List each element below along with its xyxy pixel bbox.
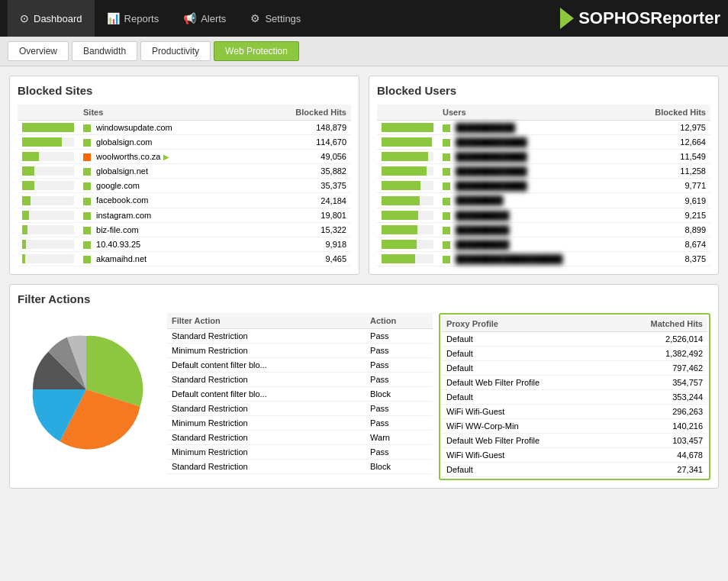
site-name[interactable]: windowsupdate.com <box>79 121 248 135</box>
user-name[interactable]: ██████████ <box>438 121 624 135</box>
logo-text: SOPHOSReporter <box>578 8 720 28</box>
site-icon <box>83 212 91 220</box>
filter-action-name: Minimum Restriction <box>167 415 366 430</box>
table-row: Default content filter blo... Pass <box>167 357 433 372</box>
user-name[interactable]: █████████ <box>438 237 624 251</box>
user-name[interactable]: █████████ <box>438 208 624 222</box>
user-name[interactable]: ████████████ <box>438 164 624 179</box>
site-name[interactable]: biz-file.com <box>79 222 248 237</box>
site-name[interactable]: facebook.com <box>79 193 248 208</box>
matched-hits-count: 2,526,014 <box>607 331 707 346</box>
bar-container <box>382 152 433 161</box>
nav-reports[interactable]: 📊 Reports <box>95 0 172 37</box>
user-icon <box>443 168 450 176</box>
pie-chart-container <box>18 313 155 466</box>
hit-count: 15,322 <box>248 222 351 237</box>
table-row: google.com 35,375 <box>18 179 351 193</box>
bar-cell <box>18 251 79 266</box>
site-icon <box>83 124 91 132</box>
site-name[interactable]: 10.40.93.25 <box>79 237 248 251</box>
site-icon <box>83 139 91 147</box>
table-row: ████████████ 12,664 <box>377 135 710 150</box>
user-name[interactable]: ██████████████████ <box>438 251 624 266</box>
subnav-productivity[interactable]: Productivity <box>140 41 211 61</box>
table-row: ████████ 9,619 <box>377 193 710 208</box>
reports-icon: 📊 <box>107 12 120 24</box>
user-name[interactable]: █████████ <box>438 222 624 237</box>
table-row: windowsupdate.com 148,879 <box>18 121 351 135</box>
bar-container <box>22 123 74 132</box>
user-name[interactable]: ████████████ <box>438 150 624 164</box>
bar-container <box>382 211 433 220</box>
bar-fill <box>382 196 420 205</box>
site-name[interactable]: akamaihd.net <box>79 251 248 266</box>
table-row: ████████████ 9,771 <box>377 179 710 193</box>
table-row: Default 353,244 <box>442 389 707 404</box>
table-row: Default 2,526,014 <box>442 331 707 346</box>
user-icon <box>443 139 450 147</box>
table-row: Standard Restriction Pass <box>167 401 433 415</box>
nav-settings-label: Settings <box>265 13 301 24</box>
dashboard-icon: ⊙ <box>20 12 29 24</box>
table-row: 10.40.93.25 9,918 <box>18 237 351 251</box>
site-name[interactable]: google.com <box>79 179 248 193</box>
filter-action-type: Block <box>366 386 433 401</box>
bar-container <box>382 196 433 205</box>
filter-action-type: Pass <box>366 372 433 386</box>
bar-container <box>382 254 433 263</box>
bar-cell <box>18 222 79 237</box>
user-name-blurred: ████████████ <box>456 166 527 176</box>
col-users-header: Users <box>438 105 624 121</box>
site-name[interactable]: globalsign.com <box>79 135 248 150</box>
bar-fill <box>382 166 427 176</box>
user-icon <box>443 241 450 249</box>
site-name[interactable]: woolworths.co.za▶ <box>79 150 248 164</box>
hit-count: 12,975 <box>624 121 710 135</box>
user-name[interactable]: ████████ <box>438 193 624 208</box>
proxy-profile-name: Default <box>442 360 607 375</box>
matched-hits-count: 27,341 <box>607 462 707 476</box>
blocked-sites-title: Blocked Sites <box>18 84 351 97</box>
bar-fill <box>382 123 433 132</box>
user-name[interactable]: ████████████ <box>438 179 624 193</box>
subnav-web-protection[interactable]: Web Protection <box>214 41 299 61</box>
matched-hits-count: 140,216 <box>607 418 707 433</box>
bar-cell <box>18 135 79 150</box>
hit-count: 11,258 <box>624 164 710 179</box>
nav-dashboard[interactable]: ⊙ Dashboard <box>8 0 95 37</box>
site-icon <box>83 227 91 234</box>
bar-cell <box>18 179 79 193</box>
filter-action-type: Pass <box>366 415 433 430</box>
table-row: Default 797,462 <box>442 360 707 375</box>
filter-actions-title: Filter Actions <box>18 292 710 305</box>
site-icon <box>83 241 91 249</box>
bar-cell <box>18 164 79 179</box>
subnav-bandwidth[interactable]: Bandwidth <box>72 41 137 61</box>
bar-fill <box>382 254 415 263</box>
hit-count: 9,918 <box>248 237 351 251</box>
nav-alerts[interactable]: 📢 Alerts <box>171 0 238 37</box>
site-name[interactable]: globalsign.net <box>79 164 248 179</box>
user-name-blurred: █████████ <box>456 211 509 220</box>
nav-settings[interactable]: ⚙ Settings <box>238 0 313 37</box>
external-link-icon[interactable]: ▶ <box>163 153 169 161</box>
user-name[interactable]: ████████████ <box>438 135 624 150</box>
col-bar-spacer-u <box>377 105 438 121</box>
bar-cell <box>377 179 438 193</box>
filter-right-table: Proxy Profile Matched Hits Default 2,526… <box>439 313 710 480</box>
site-name[interactable]: instagram.com <box>79 208 248 222</box>
bar-fill <box>22 211 29 220</box>
matched-hits-count: 1,382,492 <box>607 346 707 360</box>
proxy-profile-name: WiFi Wifi-Guest <box>442 404 607 418</box>
proxy-profile-name: WiFi WW-Corp-Min <box>442 418 607 433</box>
bar-fill <box>22 181 34 190</box>
user-name-blurred: ██████████████████ <box>456 254 562 263</box>
subnav-overview[interactable]: Overview <box>8 41 69 61</box>
bar-cell <box>377 237 438 251</box>
table-row: ████████████ 11,258 <box>377 164 710 179</box>
bar-cell <box>377 251 438 266</box>
bar-cell <box>18 237 79 251</box>
matched-hits-count: 797,462 <box>607 360 707 375</box>
blocked-sites-panel: Blocked Sites Sites Blocked Hits windows… <box>9 76 359 275</box>
site-icon <box>83 256 91 263</box>
